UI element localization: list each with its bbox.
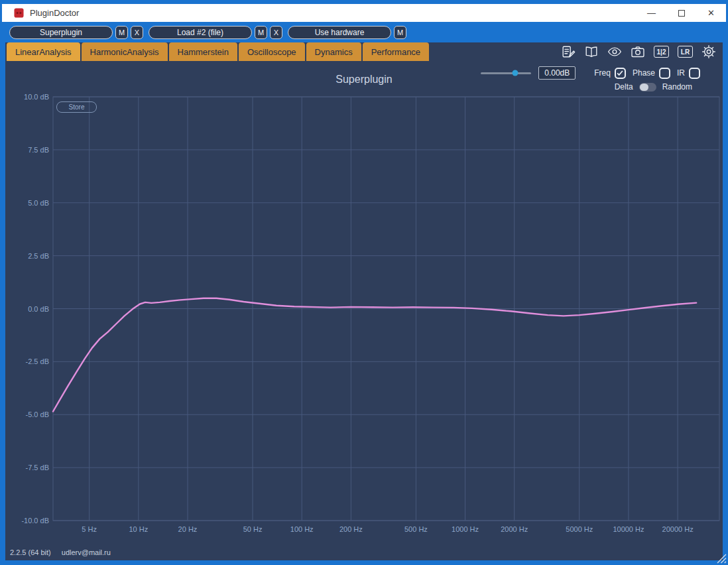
svg-text:20000 Hz: 20000 Hz — [662, 525, 694, 533]
frequency-response-chart: 5 Hz10 Hz20 Hz50 Hz100 Hz200 Hz500 Hz100… — [5, 61, 723, 544]
check-icon — [616, 69, 624, 77]
main-panel: LinearAnalysis HarmonicAnalysis Hammerst… — [5, 42, 723, 560]
screenshot-camera-icon[interactable] — [631, 44, 645, 59]
tab-harmonic-analysis[interactable]: HarmonicAnalysis — [82, 42, 168, 61]
svg-text:50 Hz: 50 Hz — [243, 525, 263, 533]
notes-edit-icon[interactable] — [561, 44, 576, 59]
titlebar: PluginDoctor — ✕ — [2, 4, 726, 22]
plugin-toolbar: Superplugin M X Load #2 (file) M X Use h… — [5, 22, 723, 42]
svg-text:5 Hz: 5 Hz — [82, 525, 97, 533]
phase-checkbox[interactable] — [659, 68, 670, 79]
gain-value-field[interactable]: 0.00dB — [538, 66, 576, 80]
tab-dynamics[interactable]: Dynamics — [306, 42, 361, 61]
icon-toolbar: 1|2 LR — [561, 42, 723, 61]
compare-1-2-icon[interactable]: 1|2 — [654, 46, 669, 58]
svg-text:0.0 dB: 0.0 dB — [28, 305, 49, 313]
controls-row: 0.00dB Freq Phase IR — [481, 66, 703, 80]
svg-text:2.5 dB: 2.5 dB — [28, 252, 49, 260]
response-curve-frequency-response — [53, 298, 696, 412]
status-bar: 2.2.5 (64 bit) udlerv@mail.ru — [5, 544, 723, 560]
version-label: 2.2.5 (64 bit) — [10, 548, 51, 556]
delta-toggle[interactable] — [639, 83, 656, 92]
gain-slider[interactable] — [481, 72, 531, 74]
svg-text:10.0 dB: 10.0 dB — [24, 93, 49, 101]
gain-slider-knob[interactable] — [512, 70, 518, 76]
svg-text:-2.5 dB: -2.5 dB — [26, 357, 49, 365]
delta-label: Delta — [615, 82, 633, 92]
ir-label: IR — [677, 68, 685, 78]
channel-lr-icon[interactable]: LR — [678, 46, 693, 58]
svg-text:10 Hz: 10 Hz — [129, 525, 148, 533]
slot-3-m-button[interactable]: M — [394, 26, 406, 39]
slot-1-m-button[interactable]: M — [115, 26, 128, 39]
tab-linear-analysis[interactable]: LinearAnalysis — [7, 42, 80, 61]
email-label: udlerv@mail.ru — [62, 548, 111, 556]
tab-performance[interactable]: Performance — [363, 42, 429, 61]
eye-icon[interactable] — [607, 44, 622, 59]
ir-checkbox[interactable] — [689, 68, 700, 79]
plugin-slot-2-button[interactable]: Load #2 (file) — [149, 26, 252, 39]
svg-text:500 Hz: 500 Hz — [404, 525, 428, 533]
svg-text:1000 Hz: 1000 Hz — [452, 525, 479, 533]
svg-text:10000 Hz: 10000 Hz — [613, 525, 644, 533]
freq-checkbox[interactable] — [615, 68, 626, 79]
slot-2-m-button[interactable]: M — [255, 26, 267, 39]
manual-book-icon[interactable] — [584, 44, 599, 59]
tab-bar: LinearAnalysis HarmonicAnalysis Hammerst… — [5, 42, 723, 61]
delta-row: Delta Random — [615, 82, 692, 92]
resize-grip[interactable] — [717, 554, 727, 564]
slot-2-x-button[interactable]: X — [270, 26, 282, 39]
plugin-slot-3-button[interactable]: Use hardware — [288, 26, 391, 39]
tab-hammerstein[interactable]: Hammerstein — [169, 42, 237, 61]
svg-text:200 Hz: 200 Hz — [339, 525, 363, 533]
svg-text:5000 Hz: 5000 Hz — [566, 525, 593, 533]
store-button[interactable]: Store — [56, 101, 97, 113]
window-controls: — ✕ — [637, 4, 726, 22]
random-label: Random — [662, 82, 692, 92]
settings-gear-icon[interactable] — [701, 44, 716, 59]
close-button[interactable]: ✕ — [696, 4, 726, 22]
svg-text:-5.0 dB: -5.0 dB — [26, 410, 49, 418]
svg-text:100 Hz: 100 Hz — [290, 525, 314, 533]
tab-oscilloscope[interactable]: Oscilloscope — [239, 42, 305, 61]
svg-text:-7.5 dB: -7.5 dB — [26, 464, 49, 471]
app-icon — [14, 8, 24, 18]
maximize-button[interactable] — [666, 4, 696, 22]
minimize-button[interactable]: — — [637, 4, 666, 22]
window-title: PluginDoctor — [30, 8, 79, 18]
freq-label: Freq — [594, 68, 611, 78]
svg-text:20 Hz: 20 Hz — [178, 525, 198, 533]
plugin-slot-1-button[interactable]: Superplugin — [9, 26, 113, 39]
svg-text:5.0 dB: 5.0 dB — [28, 199, 49, 207]
phase-label: Phase — [633, 68, 655, 78]
maximize-icon — [678, 10, 685, 17]
chart-panel: 5 Hz10 Hz20 Hz50 Hz100 Hz200 Hz500 Hz100… — [5, 61, 723, 544]
svg-text:2000 Hz: 2000 Hz — [501, 525, 528, 533]
slot-1-x-button[interactable]: X — [131, 26, 143, 39]
svg-text:7.5 dB: 7.5 dB — [28, 146, 49, 154]
svg-text:-10.0 dB: -10.0 dB — [21, 517, 49, 525]
